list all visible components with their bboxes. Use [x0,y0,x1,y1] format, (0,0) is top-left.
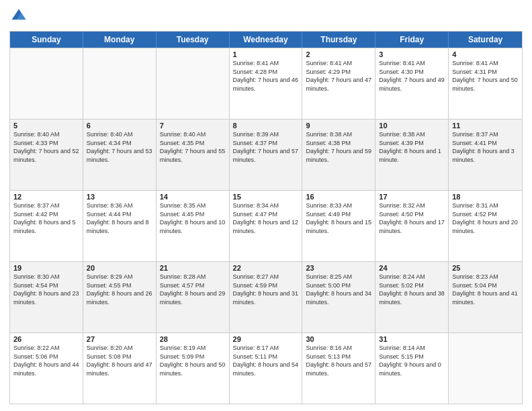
day-of-week-sunday: Sunday [10,32,83,48]
day-info: Sunrise: 8:29 AM Sunset: 4:55 PM Dayligh… [87,273,152,306]
day-number: 15 [233,193,299,201]
calendar-cell: 18Sunrise: 8:31 AM Sunset: 4:52 PM Dayli… [449,191,522,261]
page-container: SundayMondayTuesdayWednesdayThursdayFrid… [0,0,532,411]
day-number: 19 [13,264,79,272]
day-number: 20 [87,264,152,272]
calendar-cell: 2Sunrise: 8:41 AM Sunset: 4:29 PM Daylig… [302,48,375,119]
day-of-week-wednesday: Wednesday [230,32,303,48]
day-number: 30 [306,335,371,343]
day-info: Sunrise: 8:40 AM Sunset: 4:35 PM Dayligh… [160,130,226,164]
day-number: 18 [452,193,519,201]
day-info: Sunrise: 8:14 AM Sunset: 5:15 PM Dayligh… [379,344,445,377]
day-info: Sunrise: 8:32 AM Sunset: 4:50 PM Dayligh… [379,201,445,235]
day-number: 24 [379,264,445,272]
day-number: 11 [452,122,519,130]
calendar-cell: 6Sunrise: 8:40 AM Sunset: 4:34 PM Daylig… [83,120,157,190]
day-info: Sunrise: 8:25 AM Sunset: 5:00 PM Dayligh… [306,273,371,306]
day-info: Sunrise: 8:41 AM Sunset: 4:29 PM Dayligh… [306,59,371,93]
calendar-cell: 30Sunrise: 8:16 AM Sunset: 5:13 PM Dayli… [302,333,375,404]
day-number: 13 [87,193,152,201]
day-info: Sunrise: 8:17 AM Sunset: 5:11 PM Dayligh… [233,344,299,377]
calendar-cell: 17Sunrise: 8:32 AM Sunset: 4:50 PM Dayli… [375,191,449,261]
calendar-cell: 23Sunrise: 8:25 AM Sunset: 5:00 PM Dayli… [302,262,375,332]
calendar-cell: 26Sunrise: 8:22 AM Sunset: 5:06 PM Dayli… [10,333,83,404]
day-number: 25 [452,264,519,272]
calendar-cell: 13Sunrise: 8:36 AM Sunset: 4:44 PM Dayli… [83,191,157,261]
calendar: SundayMondayTuesdayWednesdayThursdayFrid… [9,31,523,404]
day-number: 16 [306,193,371,201]
calendar-cell: 7Sunrise: 8:40 AM Sunset: 4:35 PM Daylig… [157,120,230,190]
day-info: Sunrise: 8:37 AM Sunset: 4:42 PM Dayligh… [13,201,79,235]
day-number: 7 [160,122,226,130]
calendar-cell: 9Sunrise: 8:38 AM Sunset: 4:38 PM Daylig… [302,120,375,190]
day-info: Sunrise: 8:30 AM Sunset: 4:54 PM Dayligh… [13,273,79,306]
day-of-week-friday: Friday [375,32,449,48]
calendar-cell: 4Sunrise: 8:41 AM Sunset: 4:31 PM Daylig… [449,48,522,119]
day-number: 4 [452,50,519,58]
day-info: Sunrise: 8:35 AM Sunset: 4:45 PM Dayligh… [160,201,226,235]
calendar-week-5: 26Sunrise: 8:22 AM Sunset: 5:06 PM Dayli… [10,332,522,404]
calendar-cell: 3Sunrise: 8:41 AM Sunset: 4:30 PM Daylig… [375,48,449,119]
day-info: Sunrise: 8:23 AM Sunset: 5:04 PM Dayligh… [452,273,519,306]
day-of-week-thursday: Thursday [302,32,375,48]
day-info: Sunrise: 8:40 AM Sunset: 4:34 PM Dayligh… [87,130,152,164]
calendar-cell: 11Sunrise: 8:37 AM Sunset: 4:41 PM Dayli… [449,120,522,190]
day-number: 2 [306,50,371,58]
day-number: 27 [87,335,152,343]
calendar-cell: 16Sunrise: 8:33 AM Sunset: 4:49 PM Dayli… [302,191,375,261]
calendar-week-1: 1Sunrise: 8:41 AM Sunset: 4:28 PM Daylig… [10,48,522,119]
day-number: 6 [87,122,152,130]
calendar-cell: 1Sunrise: 8:41 AM Sunset: 4:28 PM Daylig… [230,48,303,119]
calendar-week-2: 5Sunrise: 8:40 AM Sunset: 4:33 PM Daylig… [10,119,522,190]
calendar-cell: 24Sunrise: 8:24 AM Sunset: 5:02 PM Dayli… [375,262,449,332]
calendar-cell: 14Sunrise: 8:35 AM Sunset: 4:45 PM Dayli… [157,191,230,261]
day-number: 22 [233,264,299,272]
day-info: Sunrise: 8:31 AM Sunset: 4:52 PM Dayligh… [452,201,519,235]
day-info: Sunrise: 8:38 AM Sunset: 4:39 PM Dayligh… [379,130,445,164]
day-info: Sunrise: 8:40 AM Sunset: 4:33 PM Dayligh… [13,130,79,164]
day-of-week-monday: Monday [83,32,157,48]
calendar-cell: 25Sunrise: 8:23 AM Sunset: 5:04 PM Dayli… [449,262,522,332]
day-number: 23 [306,264,371,272]
calendar-cell [157,48,230,119]
day-of-week-tuesday: Tuesday [157,32,230,48]
calendar-cell: 27Sunrise: 8:20 AM Sunset: 5:08 PM Dayli… [83,333,157,404]
day-info: Sunrise: 8:38 AM Sunset: 4:38 PM Dayligh… [306,130,371,164]
day-number: 3 [379,50,445,58]
calendar-cell [449,333,522,404]
day-info: Sunrise: 8:37 AM Sunset: 4:41 PM Dayligh… [452,130,519,164]
day-info: Sunrise: 8:24 AM Sunset: 5:02 PM Dayligh… [379,273,445,306]
calendar-cell [10,48,83,119]
day-number: 26 [13,335,79,343]
day-number: 29 [233,335,299,343]
calendar-cell: 15Sunrise: 8:34 AM Sunset: 4:47 PM Dayli… [230,191,303,261]
logo-icon [9,7,28,26]
day-info: Sunrise: 8:41 AM Sunset: 4:31 PM Dayligh… [452,59,519,93]
calendar-cell: 21Sunrise: 8:28 AM Sunset: 4:57 PM Dayli… [157,262,230,332]
day-number: 10 [379,122,445,130]
calendar-cell: 8Sunrise: 8:39 AM Sunset: 4:37 PM Daylig… [230,120,303,190]
day-number: 1 [233,50,299,58]
day-info: Sunrise: 8:16 AM Sunset: 5:13 PM Dayligh… [306,344,371,377]
calendar-cell: 10Sunrise: 8:38 AM Sunset: 4:39 PM Dayli… [375,120,449,190]
day-number: 5 [13,122,79,130]
day-number: 21 [160,264,226,272]
day-info: Sunrise: 8:36 AM Sunset: 4:44 PM Dayligh… [87,201,152,235]
day-info: Sunrise: 8:34 AM Sunset: 4:47 PM Dayligh… [233,201,299,235]
calendar-cell: 5Sunrise: 8:40 AM Sunset: 4:33 PM Daylig… [10,120,83,190]
day-number: 17 [379,193,445,201]
day-info: Sunrise: 8:22 AM Sunset: 5:06 PM Dayligh… [13,344,79,377]
calendar-week-4: 19Sunrise: 8:30 AM Sunset: 4:54 PM Dayli… [10,261,522,332]
header [9,7,523,26]
calendar-cell: 31Sunrise: 8:14 AM Sunset: 5:15 PM Dayli… [375,333,449,404]
calendar-header: SundayMondayTuesdayWednesdayThursdayFrid… [10,32,522,48]
day-info: Sunrise: 8:19 AM Sunset: 5:09 PM Dayligh… [160,344,226,377]
day-number: 8 [233,122,299,130]
day-number: 9 [306,122,371,130]
day-info: Sunrise: 8:27 AM Sunset: 4:59 PM Dayligh… [233,273,299,306]
calendar-cell: 19Sunrise: 8:30 AM Sunset: 4:54 PM Dayli… [10,262,83,332]
day-info: Sunrise: 8:28 AM Sunset: 4:57 PM Dayligh… [160,273,226,306]
day-info: Sunrise: 8:20 AM Sunset: 5:08 PM Dayligh… [87,344,152,377]
day-number: 28 [160,335,226,343]
calendar-cell: 22Sunrise: 8:27 AM Sunset: 4:59 PM Dayli… [230,262,303,332]
